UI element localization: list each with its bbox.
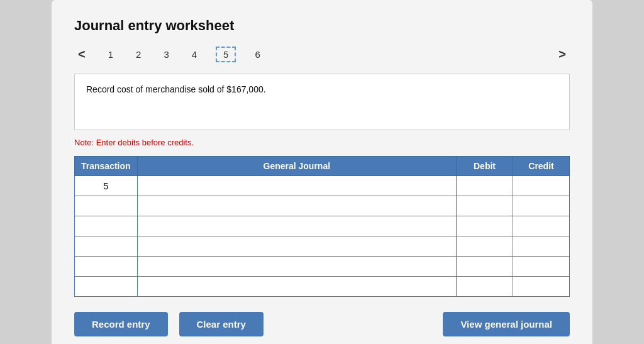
- cell-credit[interactable]: [513, 257, 570, 277]
- cell-debit[interactable]: [457, 277, 513, 297]
- cell-credit[interactable]: [513, 176, 570, 196]
- cell-credit[interactable]: [513, 236, 570, 257]
- view-general-journal-button[interactable]: View general journal: [443, 312, 570, 336]
- nav-step-1[interactable]: 1: [104, 48, 117, 61]
- note-text: Note: Enter debits before credits.: [74, 138, 570, 147]
- nav-step-2[interactable]: 2: [132, 48, 145, 61]
- cell-debit[interactable]: [457, 257, 513, 277]
- cell-credit[interactable]: [513, 277, 570, 297]
- journal-worksheet-card: Journal entry worksheet < 1 2 3 4 5 6 > …: [52, 0, 592, 344]
- nav-step-5[interactable]: 5: [216, 47, 236, 62]
- description-text: Record cost of merchandise sold of $167,…: [86, 84, 266, 94]
- description-box: Record cost of merchandise sold of $167,…: [74, 74, 570, 130]
- nav-next-arrow[interactable]: >: [555, 47, 570, 62]
- nav-step-6[interactable]: 6: [251, 48, 264, 61]
- col-header-general-journal: General Journal: [137, 157, 456, 176]
- cell-debit[interactable]: [457, 216, 513, 236]
- record-entry-button[interactable]: Record entry: [74, 312, 168, 336]
- nav-step-4[interactable]: 4: [188, 48, 201, 61]
- cell-transaction[interactable]: [75, 257, 138, 277]
- cell-general-journal[interactable]: [137, 257, 456, 277]
- table-row: [75, 277, 570, 297]
- table-row: [75, 216, 570, 236]
- cell-transaction[interactable]: [75, 277, 138, 297]
- cell-general-journal[interactable]: [137, 236, 456, 257]
- cell-debit[interactable]: [457, 176, 513, 196]
- cell-transaction[interactable]: [75, 196, 138, 216]
- clear-entry-button[interactable]: Clear entry: [179, 312, 264, 336]
- nav-prev-arrow[interactable]: <: [74, 47, 89, 62]
- col-header-credit: Credit: [513, 157, 570, 176]
- table-row: [75, 257, 570, 277]
- cell-debit[interactable]: [457, 196, 513, 216]
- col-header-transaction: Transaction: [75, 157, 138, 176]
- page-title: Journal entry worksheet: [74, 18, 570, 34]
- cell-transaction[interactable]: 5: [75, 176, 138, 196]
- cell-general-journal[interactable]: [137, 176, 456, 196]
- button-row: Record entry Clear entry View general jo…: [74, 312, 570, 336]
- cell-general-journal[interactable]: [137, 196, 456, 216]
- cell-transaction[interactable]: [75, 216, 138, 236]
- table-row: [75, 196, 570, 216]
- journal-table: Transaction General Journal Debit Credit…: [74, 156, 570, 297]
- cell-debit[interactable]: [457, 236, 513, 257]
- nav-step-3[interactable]: 3: [160, 48, 172, 61]
- table-row: 5: [75, 176, 570, 196]
- cell-credit[interactable]: [513, 196, 570, 216]
- cell-general-journal[interactable]: [137, 277, 456, 297]
- cell-credit[interactable]: [513, 216, 570, 236]
- table-row: [75, 236, 570, 257]
- cell-transaction[interactable]: [75, 236, 138, 257]
- cell-general-journal[interactable]: [137, 216, 456, 236]
- nav-row: < 1 2 3 4 5 6 >: [74, 47, 570, 62]
- col-header-debit: Debit: [457, 157, 513, 176]
